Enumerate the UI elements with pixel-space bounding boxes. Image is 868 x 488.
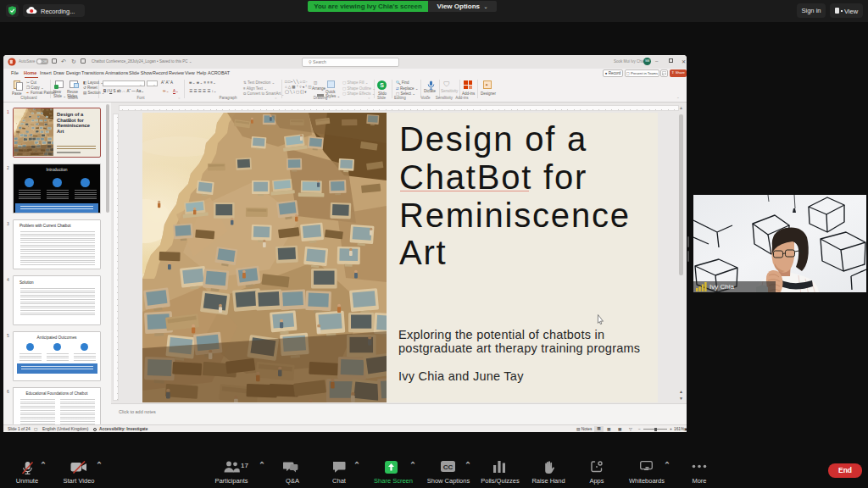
svg-text:CC: CC [443,463,453,471]
